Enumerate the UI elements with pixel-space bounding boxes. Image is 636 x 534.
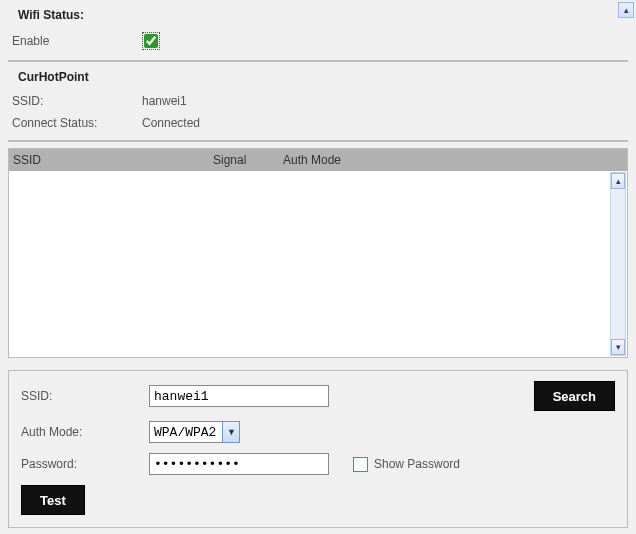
col-header-ssid: SSID (13, 153, 213, 167)
wifi-settings-page: ▴ Wifi Status: Enable CurHotPoint SSID: … (0, 0, 636, 534)
col-header-signal: Signal (213, 153, 283, 167)
enable-checkbox-wrap (142, 32, 160, 50)
show-password-label: Show Password (374, 457, 460, 471)
network-list-body[interactable]: ▴ ▾ (9, 171, 627, 357)
form-ssid-label: SSID: (21, 389, 149, 403)
hotpoint-connect-label: Connect Status: (12, 116, 142, 130)
show-password-checkbox[interactable] (353, 457, 368, 472)
page-scroll-up-icon[interactable]: ▴ (618, 2, 634, 18)
hotpoint-connect-value: Connected (142, 116, 628, 130)
network-list-scrollbar[interactable]: ▴ ▾ (610, 172, 626, 356)
search-button[interactable]: Search (534, 381, 615, 411)
scroll-down-icon[interactable]: ▾ (611, 339, 625, 355)
curhotpoint-title: CurHotPoint (8, 68, 628, 90)
enable-checkbox[interactable] (144, 34, 158, 48)
col-header-auth: Auth Mode (283, 153, 627, 167)
form-auth-label: Auth Mode: (21, 425, 149, 439)
wifi-status-title: Wifi Status: (8, 6, 628, 28)
network-list-header: SSID Signal Auth Mode (9, 149, 627, 171)
network-list-panel: SSID Signal Auth Mode ▴ ▾ (8, 148, 628, 358)
password-input[interactable] (149, 453, 329, 475)
auth-mode-select[interactable]: WPA/WPA2 ▼ (149, 421, 240, 443)
chevron-down-icon[interactable]: ▼ (222, 421, 240, 443)
ssid-input[interactable] (149, 385, 329, 407)
enable-label: Enable (12, 34, 142, 48)
scroll-up-icon[interactable]: ▴ (611, 173, 625, 189)
form-password-label: Password: (21, 457, 149, 471)
hotpoint-ssid-value: hanwei1 (142, 94, 628, 108)
hotpoint-ssid-label: SSID: (12, 94, 142, 108)
test-button[interactable]: Test (21, 485, 85, 515)
auth-mode-value: WPA/WPA2 (149, 421, 222, 443)
wifi-form-panel: SSID: Search Auth Mode: WPA/WPA2 ▼ Passw… (8, 370, 628, 528)
divider (8, 140, 628, 142)
divider (8, 60, 628, 62)
